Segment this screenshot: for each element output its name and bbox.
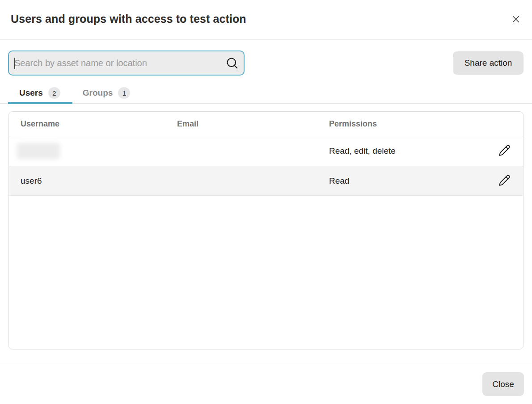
modal-title: Users and groups with access to test act…	[11, 13, 246, 25]
permissions-cell: Read	[317, 176, 486, 186]
users-count-badge: 2	[48, 87, 60, 99]
table-header-row: Username Email Permissions	[9, 112, 523, 136]
edit-permissions-button[interactable]	[495, 172, 513, 190]
column-header-username: Username	[9, 119, 165, 129]
tabs-baseline-divider	[0, 103, 532, 104]
tab-bar: Users 2 Groups 1	[8, 84, 141, 102]
pencil-icon	[498, 174, 511, 188]
tab-groups-label: Groups	[83, 88, 113, 98]
pencil-icon	[498, 144, 511, 158]
groups-count-badge: 1	[118, 87, 130, 99]
text-caret	[14, 58, 15, 69]
column-header-permissions: Permissions	[317, 119, 486, 129]
table-row: user6 Read	[9, 166, 523, 196]
tab-groups[interactable]: Groups 1	[72, 84, 142, 102]
search-icon	[223, 56, 244, 70]
close-button[interactable]: Close	[482, 372, 524, 396]
modal-close-button[interactable]	[507, 11, 525, 29]
share-action-button[interactable]: Share action	[453, 51, 524, 75]
table-row: Read, edit, delete	[9, 136, 523, 166]
edit-permissions-button[interactable]	[495, 142, 513, 160]
column-header-email: Email	[165, 119, 317, 129]
search-field	[8, 50, 245, 76]
header-divider	[0, 39, 532, 40]
redacted-username	[17, 143, 60, 159]
users-table: Username Email Permissions Read, edit, d…	[8, 111, 524, 349]
permissions-cell: Read, edit, delete	[317, 146, 486, 156]
tab-users-label: Users	[19, 88, 43, 98]
share-access-modal: Users and groups with access to test act…	[0, 0, 532, 404]
footer-divider	[0, 363, 532, 363]
username-cell: user6	[9, 176, 165, 186]
close-icon	[511, 14, 521, 25]
tab-users[interactable]: Users 2	[8, 84, 72, 102]
search-input[interactable]	[9, 51, 223, 75]
active-tab-underline	[8, 102, 72, 104]
username-cell	[9, 143, 165, 159]
